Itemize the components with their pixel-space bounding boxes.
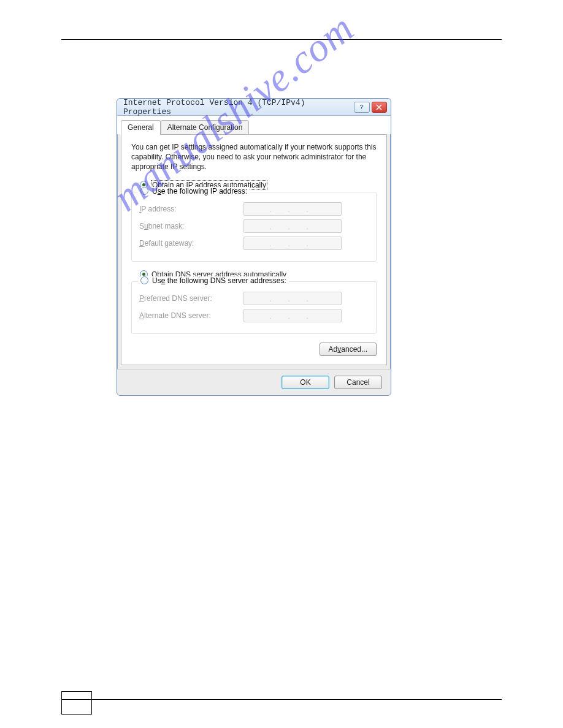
- label-subnet-mask: Subnet mask:: [139, 222, 243, 230]
- ipv4-properties-dialog: Internet Protocol Version 4 (TCP/IPv4) P…: [117, 98, 391, 396]
- dns-server-group: Use the following DNS server addresses: …: [131, 281, 377, 334]
- cancel-button[interactable]: Cancel: [334, 376, 382, 389]
- input-alternate-dns: . . .: [243, 309, 342, 322]
- help-button[interactable]: ?: [354, 102, 369, 113]
- dialog-footer: OK Cancel: [117, 369, 391, 395]
- input-subnet-mask: . . .: [243, 219, 342, 233]
- label-default-gateway: Default gateway:: [139, 239, 243, 248]
- description-text: You can get IP settings assigned automat…: [131, 142, 377, 172]
- close-button[interactable]: [372, 102, 387, 113]
- label-ip-address: IP address:: [139, 205, 243, 213]
- page-bottom-rule: [61, 699, 502, 700]
- tab-strip: General Alternate Configuration: [117, 116, 391, 134]
- group-legend-label: Use the following DNS server addresses:: [152, 276, 286, 285]
- advanced-button[interactable]: Advanced...: [320, 343, 377, 356]
- tab-general[interactable]: General: [121, 120, 161, 135]
- page-top-rule: [61, 39, 502, 40]
- tab-body-general: You can get IP settings assigned automat…: [121, 134, 387, 365]
- radio-use-following-ip[interactable]: [140, 187, 148, 195]
- group-legend-label: Use the following IP address:: [152, 187, 247, 195]
- ok-button[interactable]: OK: [282, 376, 329, 389]
- dialog-title: Internet Protocol Version 4 (TCP/IPv4) P…: [123, 98, 352, 116]
- input-ip-address: . . .: [243, 202, 342, 216]
- input-preferred-dns: . . .: [243, 292, 342, 305]
- close-icon: [376, 104, 382, 110]
- input-default-gateway: . . .: [243, 237, 342, 250]
- ip-address-group: Use the following IP address: IP address…: [131, 192, 377, 262]
- page-number-box: [61, 691, 92, 715]
- radio-use-following-dns[interactable]: [140, 276, 148, 284]
- tab-alternate-configuration[interactable]: Alternate Configuration: [161, 120, 250, 135]
- titlebar: Internet Protocol Version 4 (TCP/IPv4) P…: [117, 99, 391, 116]
- label-alternate-dns: Alternate DNS server:: [139, 311, 243, 320]
- label-preferred-dns: Preferred DNS server:: [139, 294, 243, 303]
